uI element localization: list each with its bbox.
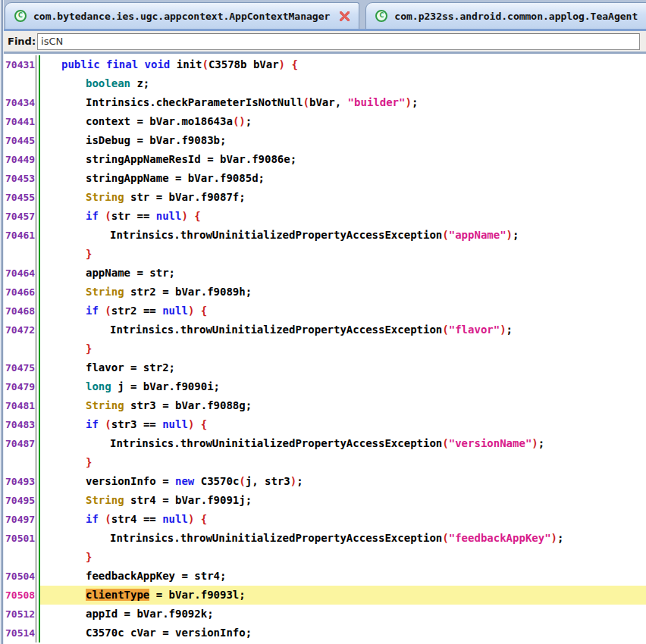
code-line: 70434Intrinsics.checkParameterIsNotNull(… [4,93,646,112]
code-text[interactable]: long j = bVar.f9090i; [40,377,646,396]
line-number: 70472 [4,320,36,339]
code-text[interactable]: Intrinsics.throwUninitializedPropertyAcc… [40,434,646,453]
code-token: ) { [279,58,298,70]
code-token: C3570c cVar = versionInfo; [86,627,252,639]
code-text[interactable]: Intrinsics.throwUninitializedPropertyAcc… [40,529,646,548]
code-line: 70475flavor = str2; [4,358,646,377]
line-number: 70455 [4,188,36,207]
code-text[interactable]: String str4 = bVar.f9091j; [40,491,646,510]
line-number: 70501 [4,529,36,548]
code-token: appId = bVar.f9092k; [86,608,214,620]
code-token: } [86,456,92,468]
line-number: 70445 [4,131,36,150]
code-line: 70493versionInfo = new C3570c(j, str3); [4,472,646,491]
code-line: 70514C3570c cVar = versionInfo; [4,624,646,642]
code-text[interactable]: String str = bVar.f9087f; [40,188,646,207]
decompiler-window: C com.bytedance.ies.ugc.appcontext.AppCo… [4,0,646,644]
code-text[interactable]: flavor = str2; [40,358,646,377]
code-line: 70468if (str2 == null) { [4,302,646,320]
code-token: ) [551,532,557,544]
code-text[interactable]: isDebug = bVar.f9083b; [40,131,646,150]
close-tab-icon[interactable] [340,11,350,21]
code-token: String [86,494,124,506]
code-text[interactable]: if (str4 == null) { [40,510,646,529]
code-token: Intrinsics.throwUninitializedPropertyAcc… [110,324,442,336]
line-number [4,339,36,358]
code-token: new [175,475,194,487]
code-token: long [86,380,111,392]
code-text[interactable]: String str3 = bVar.f9088g; [40,396,646,415]
code-token: public final void [61,58,170,70]
code-text[interactable]: appName = str; [40,264,646,283]
line-number: 70497 [4,510,36,529]
line-number: 70434 [4,93,36,112]
line-number: 70487 [4,434,36,453]
code-text[interactable]: Intrinsics.throwUninitializedPropertyAcc… [40,226,646,245]
code-token: str = bVar.f9087f; [124,191,246,203]
code-token: = bVar.f9093l; [149,589,245,601]
code-token: j, str3 [246,475,290,487]
tab-bar: C com.bytedance.ies.ugc.appcontext.AppCo… [4,0,646,29]
code-token: "versionName" [449,437,532,449]
code-text[interactable]: if (str2 == null) { [40,302,646,320]
code-token: ( [442,532,448,544]
code-token: ) { [188,305,207,317]
code-text[interactable]: boolean z; [40,74,646,93]
code-token: ; [246,115,252,127]
code-text[interactable]: feedbackAppKey = str4; [40,567,646,586]
code-line: } [4,453,646,472]
code-text[interactable]: C3570c cVar = versionInfo; [40,624,646,642]
code-token: stringAppNameResId = bVar.f9086e; [86,153,296,165]
code-text[interactable]: } [40,245,646,264]
code-line: 70472Intrinsics.throwUninitializedProper… [4,320,646,339]
code-text[interactable]: stringAppName = bVar.f9085d; [40,169,646,188]
tab-appcontextmanager[interactable]: C com.bytedance.ies.ugc.appcontext.AppCo… [5,2,359,29]
code-line: 70512appId = bVar.f9092k; [4,605,646,624]
code-token: C3578b bVar [209,58,279,70]
class-icon: C [14,10,27,22]
code-token: feedbackAppKey = str4; [86,570,226,582]
code-line: boolean z; [4,74,646,93]
tab-label: com.p232ss.android.common.applog.TeaAgen… [394,11,638,22]
code-token: appName = str; [86,267,175,279]
code-token: ; [296,475,303,487]
code-token: ) [506,229,513,241]
code-text[interactable]: } [40,548,646,567]
code-token: String [86,399,124,411]
code-text[interactable]: stringAppNameResId = bVar.f9086e; [40,150,646,169]
code-token: ) [532,437,538,449]
code-text[interactable]: if (str3 == null) { [40,415,646,434]
code-text[interactable]: String str2 = bVar.f9089h; [40,283,646,302]
code-token: str4 == [111,513,162,525]
tab-teaagent[interactable]: C com.p232ss.android.common.applog.TeaAg… [365,2,646,29]
code-token: str2 = bVar.f9089h; [124,286,252,298]
code-token: } [86,342,92,355]
code-text[interactable]: Intrinsics.throwUninitializedPropertyAcc… [40,320,646,339]
code-text[interactable]: if (str == null) { [40,207,646,226]
line-number: 70504 [4,567,36,586]
code-token: j = bVar.f9090i; [111,380,220,392]
code-line: 70453stringAppName = bVar.f9085d; [4,169,646,188]
code-text[interactable]: appId = bVar.f9092k; [40,605,646,624]
code-token: ( [303,96,309,108]
code-text[interactable]: } [40,453,646,472]
code-token: ; [506,324,513,336]
code-token: str == [111,210,156,222]
line-number: 70514 [4,624,36,642]
code-text[interactable]: Intrinsics.checkParameterIsNotNull(bVar,… [40,93,646,112]
find-input[interactable] [37,33,640,50]
code-token: flavor = str2; [86,361,175,374]
line-number: 70466 [4,283,36,302]
code-text[interactable]: public final void init(C3578b bVar) { [40,55,646,74]
code-line: 70455String str = bVar.f9087f; [4,188,646,207]
code-text[interactable]: clientType = bVar.f9093l; [40,586,646,605]
code-text[interactable]: versionInfo = new C3570c(j, str3); [40,472,646,491]
code-text[interactable]: } [40,339,646,358]
code-token: context = bVar.mo18643a [86,115,233,127]
line-number: 70468 [4,302,36,320]
code-line: 70457if (str == null) { [4,207,646,226]
code-token: ; [557,532,563,544]
code-token: str2 == [111,305,162,317]
code-text[interactable]: context = bVar.mo18643a(); [40,112,646,131]
code-token: ) [290,475,296,487]
